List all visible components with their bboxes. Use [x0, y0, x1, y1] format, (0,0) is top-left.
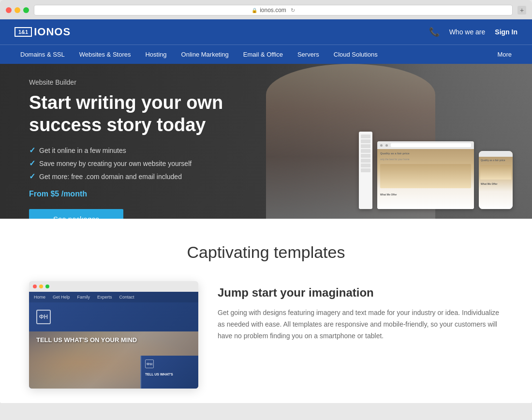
sidebar-item	[361, 154, 370, 158]
hero-title: Start writing your own success story tod…	[29, 92, 271, 136]
sidebar-item	[361, 139, 370, 143]
check-icon: ✓	[29, 146, 35, 155]
hero-content: Website Builder Start writing your own s…	[29, 78, 271, 219]
feature-item: ✓ Save money by creating your own websit…	[29, 159, 271, 168]
sidebar-item	[361, 135, 370, 138]
jump-start-title: Jump start your imagination	[218, 286, 503, 300]
nav-item-domains[interactable]: Domains & SSL	[15, 45, 71, 64]
template-nav-family: Family	[77, 295, 90, 300]
template-description: Jump start your imagination Get going wi…	[218, 281, 503, 342]
template-browser: Home Get Help Family Experts Contact ΦΗ	[29, 281, 198, 389]
overlay-text: TELL US WHAT'S	[141, 372, 198, 376]
lock-icon: 🔒	[251, 8, 257, 13]
template-preview: Home Get Help Family Experts Contact ΦΗ	[29, 281, 198, 389]
feature-text-3: Get more: free .com domain and email inc…	[39, 173, 182, 180]
logo[interactable]: 1&1 IONOS	[15, 26, 71, 38]
address-bar[interactable]: 🔒 ionos.com ↻	[34, 5, 513, 15]
overlay-logo: ΦΗ	[145, 360, 154, 368]
mini-minimize	[39, 285, 43, 288]
refresh-icon[interactable]: ↻	[291, 7, 295, 14]
template-nav-home: Home	[34, 295, 45, 300]
top-bar: 1&1 IONOS 📞 Who we are Sign In	[0, 19, 532, 45]
nav-more[interactable]: More	[491, 51, 517, 58]
logo-box: 1&1	[15, 27, 32, 37]
nav-item-websites[interactable]: Websites & Stores	[74, 45, 137, 64]
mobile-screen: Quality as a fair price What We Offer	[479, 151, 513, 209]
feature-item: ✓ Get it online in a few minutes	[29, 146, 271, 155]
hero-subtitle: Website Builder	[29, 78, 271, 86]
sidebar-item	[361, 144, 370, 148]
browser-chrome: 🔒 ionos.com ↻ +	[0, 0, 532, 19]
template-hero-text: TELL US WHAT'S ON YOUR MIND	[36, 336, 137, 345]
sidebar-item	[361, 164, 370, 167]
device-laptop: Quality as a fair price only the best fo…	[377, 141, 474, 209]
hero-price: From $5 /month	[29, 190, 271, 198]
browser-titlebar: 🔒 ionos.com ↻ +	[6, 5, 526, 19]
top-right-nav: 📞 Who we are Sign In	[429, 27, 517, 37]
template-nav-contact: Contact	[119, 295, 134, 300]
url-text: ionos.com	[260, 7, 286, 14]
mini-browser-bar	[29, 281, 198, 292]
sign-in-button[interactable]: Sign In	[495, 28, 517, 36]
traffic-lights	[6, 7, 29, 13]
phone-icon[interactable]: 📞	[429, 27, 440, 37]
nav-item-servers[interactable]: Servers	[292, 45, 325, 64]
mini-maximize	[45, 285, 49, 288]
template-logo: ΦΗ	[36, 310, 51, 324]
feature-item: ✓ Get more: free .com domain and email i…	[29, 172, 271, 181]
nav-item-hosting[interactable]: Hosting	[139, 45, 172, 64]
feature-text-1: Get it online in a few minutes	[39, 147, 126, 154]
devices-mockup: Quality as a fair price only the best fo…	[359, 132, 513, 209]
nav-item-cloud[interactable]: Cloud Solutions	[328, 45, 384, 64]
close-button[interactable]	[6, 7, 12, 13]
nav-item-email[interactable]: Email & Office	[237, 45, 289, 64]
device-sidebar	[359, 132, 372, 209]
hero-features-list: ✓ Get it online in a few minutes ✓ Save …	[29, 146, 271, 181]
hero-section: Quality as a fair price only the best fo…	[0, 64, 532, 219]
template-nav: Home Get Help Family Experts Contact	[29, 292, 198, 302]
maximize-button[interactable]	[23, 7, 29, 13]
template-nav-help: Get Help	[53, 295, 70, 300]
sidebar-item	[361, 159, 370, 163]
templates-content: Home Get Help Family Experts Contact ΦΗ	[29, 281, 503, 389]
check-icon: ✓	[29, 172, 35, 181]
main-nav: Domains & SSL Websites & Stores Hosting …	[0, 45, 532, 64]
template-nav-experts: Experts	[97, 295, 112, 300]
sidebar-item	[361, 168, 370, 172]
templates-section: Captivating templates Home Get Help	[0, 219, 532, 403]
template-logo-area: ΦΗ	[29, 302, 198, 331]
jump-start-text: Get going with designs featuring imagery…	[218, 307, 503, 342]
new-tab-button[interactable]: +	[517, 6, 526, 15]
templates-title: Captivating templates	[15, 243, 517, 262]
laptop-screen: Quality as a fair price only the best fo…	[377, 141, 474, 209]
nav-item-marketing[interactable]: Online Marketing	[176, 45, 235, 64]
device-mobile: Quality as a fair price What We Offer	[479, 151, 513, 209]
minimize-button[interactable]	[15, 7, 20, 13]
who-we-are-link[interactable]: Who we are	[449, 28, 486, 36]
template-image-area: Home Get Help Family Experts Contact ΦΗ	[29, 292, 198, 389]
check-icon: ✓	[29, 159, 35, 168]
cta-button[interactable]: See packages	[29, 209, 123, 219]
feature-text-2: Save money by creating your own website …	[39, 160, 192, 167]
mini-close	[33, 285, 37, 288]
logo-name: IONOS	[34, 26, 71, 38]
sidebar-item	[361, 149, 370, 153]
website-container: 1&1 IONOS 📞 Who we are Sign In Domains &…	[0, 19, 532, 403]
